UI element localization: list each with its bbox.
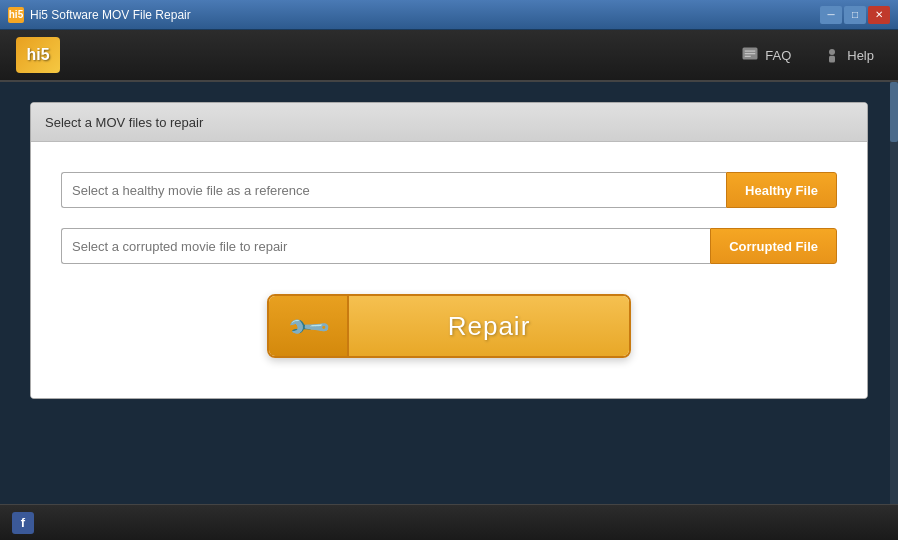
scrollbar[interactable] xyxy=(890,82,898,504)
svg-rect-3 xyxy=(745,56,751,57)
help-label: Help xyxy=(847,48,874,63)
main-panel: Select a MOV files to repair Healthy Fil… xyxy=(30,102,868,399)
healthy-file-input[interactable] xyxy=(61,172,726,208)
bottom-bar: f xyxy=(0,504,898,540)
svg-point-4 xyxy=(829,49,835,55)
repair-button[interactable]: 🔧 Repair xyxy=(267,294,631,358)
close-button[interactable]: ✕ xyxy=(868,6,890,24)
title-bar: hi5 Hi5 Software MOV File Repair ─ □ ✕ xyxy=(0,0,898,30)
panel-header: Select a MOV files to repair xyxy=(31,103,867,142)
nav-right: FAQ Help xyxy=(733,42,882,68)
healthy-file-button[interactable]: Healthy File xyxy=(726,172,837,208)
corrupted-file-input[interactable] xyxy=(61,228,710,264)
repair-label: Repair xyxy=(349,296,629,356)
title-bar-left: hi5 Hi5 Software MOV File Repair xyxy=(8,7,191,23)
corrupted-file-row: Corrupted File xyxy=(61,228,837,264)
minimize-button[interactable]: ─ xyxy=(820,6,842,24)
fb-text: f xyxy=(21,515,25,530)
healthy-file-row: Healthy File xyxy=(61,172,837,208)
help-icon xyxy=(823,46,841,64)
maximize-button[interactable]: □ xyxy=(844,6,866,24)
corrupted-file-button[interactable]: Corrupted File xyxy=(710,228,837,264)
title-bar-title: Hi5 Software MOV File Repair xyxy=(30,8,191,22)
nav-bar: hi5 FAQ Help xyxy=(0,30,898,82)
faq-icon xyxy=(741,46,759,64)
logo: hi5 xyxy=(16,37,60,73)
app-icon: hi5 xyxy=(8,7,24,23)
faq-label: FAQ xyxy=(765,48,791,63)
panel-body: Healthy File Corrupted File 🔧 Repair xyxy=(31,142,867,398)
wrench-icon: 🔧 xyxy=(284,302,332,350)
svg-rect-5 xyxy=(829,56,835,63)
main-content: Select a MOV files to repair Healthy Fil… xyxy=(0,82,898,504)
window-controls: ─ □ ✕ xyxy=(820,6,890,24)
svg-rect-2 xyxy=(745,53,756,54)
repair-section: 🔧 Repair xyxy=(267,294,631,358)
help-button[interactable]: Help xyxy=(815,42,882,68)
panel-header-text: Select a MOV files to repair xyxy=(45,115,203,130)
svg-rect-1 xyxy=(745,51,756,52)
faq-button[interactable]: FAQ xyxy=(733,42,799,68)
facebook-icon[interactable]: f xyxy=(12,512,34,534)
repair-icon-section: 🔧 xyxy=(269,296,349,356)
logo-text: hi5 xyxy=(26,46,49,64)
app-icon-text: hi5 xyxy=(9,9,23,20)
scrollbar-thumb[interactable] xyxy=(890,82,898,142)
